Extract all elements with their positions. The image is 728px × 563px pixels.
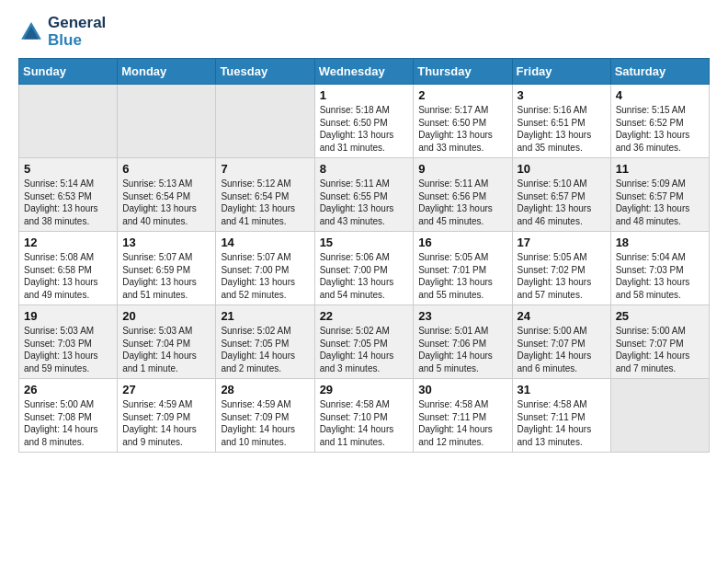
day-info: Sunrise: 5:17 AM Sunset: 6:50 PM Dayligh… bbox=[418, 104, 506, 154]
col-header-wednesday: Wednesday bbox=[314, 59, 414, 85]
day-info: Sunrise: 5:18 AM Sunset: 6:50 PM Dayligh… bbox=[320, 104, 409, 154]
page-container: General Blue SundayMondayTuesdayWednesda… bbox=[0, 0, 728, 467]
calendar-cell: 23Sunrise: 5:01 AM Sunset: 7:06 PM Dayli… bbox=[414, 305, 512, 379]
day-info: Sunrise: 5:06 AM Sunset: 7:00 PM Dayligh… bbox=[320, 251, 409, 301]
calendar-cell: 17Sunrise: 5:05 AM Sunset: 7:02 PM Dayli… bbox=[512, 232, 610, 305]
calendar-cell: 2Sunrise: 5:17 AM Sunset: 6:50 PM Daylig… bbox=[414, 85, 512, 158]
day-number: 12 bbox=[24, 236, 112, 249]
calendar-cell: 3Sunrise: 5:16 AM Sunset: 6:51 PM Daylig… bbox=[512, 85, 610, 158]
day-number: 5 bbox=[24, 162, 112, 176]
day-number: 17 bbox=[518, 236, 606, 249]
day-info: Sunrise: 5:09 AM Sunset: 6:57 PM Dayligh… bbox=[616, 178, 704, 227]
calendar-table: SundayMondayTuesdayWednesdayThursdayFrid… bbox=[18, 58, 710, 453]
calendar-cell: 10Sunrise: 5:10 AM Sunset: 6:57 PM Dayli… bbox=[512, 158, 610, 232]
day-info: Sunrise: 4:59 AM Sunset: 7:09 PM Dayligh… bbox=[122, 398, 210, 448]
calendar-cell: 6Sunrise: 5:13 AM Sunset: 6:54 PM Daylig… bbox=[118, 158, 216, 232]
day-info: Sunrise: 5:04 AM Sunset: 7:03 PM Dayligh… bbox=[616, 251, 704, 301]
day-info: Sunrise: 5:12 AM Sunset: 6:54 PM Dayligh… bbox=[221, 178, 309, 227]
calendar-cell: 25Sunrise: 5:00 AM Sunset: 7:07 PM Dayli… bbox=[610, 305, 709, 379]
day-info: Sunrise: 5:16 AM Sunset: 6:51 PM Dayligh… bbox=[518, 104, 606, 154]
day-number: 19 bbox=[24, 309, 112, 323]
calendar-cell bbox=[610, 379, 709, 453]
day-info: Sunrise: 4:58 AM Sunset: 7:11 PM Dayligh… bbox=[418, 398, 506, 448]
day-info: Sunrise: 5:14 AM Sunset: 6:53 PM Dayligh… bbox=[24, 178, 112, 227]
calendar-cell: 7Sunrise: 5:12 AM Sunset: 6:54 PM Daylig… bbox=[216, 158, 314, 232]
calendar-cell: 8Sunrise: 5:11 AM Sunset: 6:55 PM Daylig… bbox=[314, 158, 414, 232]
calendar-cell bbox=[216, 85, 314, 158]
col-header-monday: Monday bbox=[118, 59, 216, 85]
calendar-cell: 31Sunrise: 4:58 AM Sunset: 7:11 PM Dayli… bbox=[512, 379, 610, 453]
logo-icon bbox=[18, 19, 44, 45]
day-number: 11 bbox=[616, 162, 704, 176]
day-number: 26 bbox=[24, 383, 112, 396]
calendar-cell: 11Sunrise: 5:09 AM Sunset: 6:57 PM Dayli… bbox=[610, 158, 709, 232]
day-info: Sunrise: 4:59 AM Sunset: 7:09 PM Dayligh… bbox=[221, 398, 309, 448]
day-number: 18 bbox=[616, 236, 704, 249]
day-number: 21 bbox=[221, 309, 309, 323]
calendar-week-row: 1Sunrise: 5:18 AM Sunset: 6:50 PM Daylig… bbox=[19, 85, 710, 158]
day-number: 31 bbox=[518, 383, 606, 396]
day-number: 1 bbox=[320, 88, 409, 102]
day-info: Sunrise: 5:03 AM Sunset: 7:03 PM Dayligh… bbox=[24, 325, 112, 374]
day-number: 29 bbox=[320, 383, 409, 396]
calendar-cell bbox=[19, 85, 118, 158]
day-number: 25 bbox=[616, 309, 704, 323]
calendar-week-row: 5Sunrise: 5:14 AM Sunset: 6:53 PM Daylig… bbox=[19, 158, 710, 232]
day-info: Sunrise: 5:01 AM Sunset: 7:06 PM Dayligh… bbox=[418, 325, 506, 374]
day-number: 24 bbox=[518, 309, 606, 323]
day-info: Sunrise: 5:02 AM Sunset: 7:05 PM Dayligh… bbox=[221, 325, 309, 374]
day-number: 9 bbox=[418, 162, 506, 176]
col-header-thursday: Thursday bbox=[414, 59, 512, 85]
day-info: Sunrise: 5:00 AM Sunset: 7:07 PM Dayligh… bbox=[616, 325, 704, 374]
day-info: Sunrise: 5:13 AM Sunset: 6:54 PM Dayligh… bbox=[122, 178, 210, 227]
calendar-cell: 12Sunrise: 5:08 AM Sunset: 6:58 PM Dayli… bbox=[19, 232, 118, 305]
day-number: 13 bbox=[122, 236, 210, 249]
day-info: Sunrise: 5:03 AM Sunset: 7:04 PM Dayligh… bbox=[122, 325, 210, 374]
day-info: Sunrise: 5:00 AM Sunset: 7:08 PM Dayligh… bbox=[24, 398, 112, 448]
calendar-cell: 18Sunrise: 5:04 AM Sunset: 7:03 PM Dayli… bbox=[610, 232, 709, 305]
day-info: Sunrise: 5:07 AM Sunset: 6:59 PM Dayligh… bbox=[122, 251, 210, 301]
day-number: 22 bbox=[320, 309, 409, 323]
calendar-cell: 13Sunrise: 5:07 AM Sunset: 6:59 PM Dayli… bbox=[118, 232, 216, 305]
day-info: Sunrise: 5:07 AM Sunset: 7:00 PM Dayligh… bbox=[221, 251, 309, 301]
calendar-header-row: SundayMondayTuesdayWednesdayThursdayFrid… bbox=[19, 59, 710, 85]
day-info: Sunrise: 5:11 AM Sunset: 6:55 PM Dayligh… bbox=[320, 178, 409, 227]
calendar-cell: 14Sunrise: 5:07 AM Sunset: 7:00 PM Dayli… bbox=[216, 232, 314, 305]
day-number: 14 bbox=[221, 236, 309, 249]
day-number: 20 bbox=[122, 309, 210, 323]
col-header-tuesday: Tuesday bbox=[216, 59, 314, 85]
calendar-cell: 4Sunrise: 5:15 AM Sunset: 6:52 PM Daylig… bbox=[610, 85, 709, 158]
day-info: Sunrise: 5:11 AM Sunset: 6:56 PM Dayligh… bbox=[418, 178, 506, 227]
day-info: Sunrise: 4:58 AM Sunset: 7:11 PM Dayligh… bbox=[518, 398, 606, 448]
col-header-sunday: Sunday bbox=[19, 59, 118, 85]
calendar-cell: 19Sunrise: 5:03 AM Sunset: 7:03 PM Dayli… bbox=[19, 305, 118, 379]
day-number: 4 bbox=[616, 88, 704, 102]
day-info: Sunrise: 4:58 AM Sunset: 7:10 PM Dayligh… bbox=[320, 398, 409, 448]
day-info: Sunrise: 5:05 AM Sunset: 7:02 PM Dayligh… bbox=[518, 251, 606, 301]
calendar-cell: 28Sunrise: 4:59 AM Sunset: 7:09 PM Dayli… bbox=[216, 379, 314, 453]
calendar-cell: 26Sunrise: 5:00 AM Sunset: 7:08 PM Dayli… bbox=[19, 379, 118, 453]
day-number: 15 bbox=[320, 236, 409, 249]
calendar-cell: 21Sunrise: 5:02 AM Sunset: 7:05 PM Dayli… bbox=[216, 305, 314, 379]
day-number: 10 bbox=[518, 162, 606, 176]
calendar-cell: 29Sunrise: 4:58 AM Sunset: 7:10 PM Dayli… bbox=[314, 379, 414, 453]
calendar-cell: 20Sunrise: 5:03 AM Sunset: 7:04 PM Dayli… bbox=[118, 305, 216, 379]
calendar-week-row: 19Sunrise: 5:03 AM Sunset: 7:03 PM Dayli… bbox=[19, 305, 710, 379]
logo: General Blue bbox=[18, 15, 106, 49]
calendar-cell: 22Sunrise: 5:02 AM Sunset: 7:05 PM Dayli… bbox=[314, 305, 414, 379]
day-number: 16 bbox=[418, 236, 506, 249]
header: General Blue bbox=[18, 15, 710, 49]
calendar-cell: 5Sunrise: 5:14 AM Sunset: 6:53 PM Daylig… bbox=[19, 158, 118, 232]
col-header-saturday: Saturday bbox=[610, 59, 709, 85]
day-number: 2 bbox=[418, 88, 506, 102]
day-number: 28 bbox=[221, 383, 309, 396]
calendar-week-row: 12Sunrise: 5:08 AM Sunset: 6:58 PM Dayli… bbox=[19, 232, 710, 305]
calendar-cell: 1Sunrise: 5:18 AM Sunset: 6:50 PM Daylig… bbox=[314, 85, 414, 158]
logo-text: General Blue bbox=[48, 15, 106, 49]
day-info: Sunrise: 5:02 AM Sunset: 7:05 PM Dayligh… bbox=[320, 325, 409, 374]
day-number: 3 bbox=[518, 88, 606, 102]
calendar-cell: 30Sunrise: 4:58 AM Sunset: 7:11 PM Dayli… bbox=[414, 379, 512, 453]
day-number: 27 bbox=[122, 383, 210, 396]
day-info: Sunrise: 5:08 AM Sunset: 6:58 PM Dayligh… bbox=[24, 251, 112, 301]
calendar-cell: 27Sunrise: 4:59 AM Sunset: 7:09 PM Dayli… bbox=[118, 379, 216, 453]
